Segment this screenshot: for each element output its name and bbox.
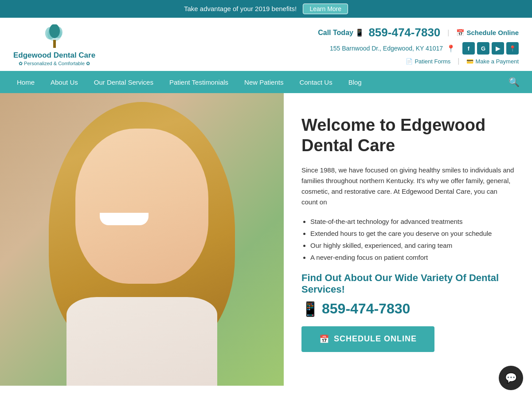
nav-link-testimonials[interactable]: Patient Testimonials (161, 72, 236, 92)
hero-phone[interactable]: 📱 859-474-7830 (301, 301, 514, 317)
nav-item-testimonials[interactable]: Patient Testimonials (161, 72, 236, 92)
announcement-text: Take advantage of your 2019 benefits! (184, 5, 297, 12)
patient-forms-link[interactable]: 📄 Patient Forms (406, 58, 450, 65)
nav-item-blog[interactable]: Blog (340, 72, 370, 92)
forms-payment-row: 📄 Patient Forms | 💳 Make a Payment (318, 57, 519, 65)
hero-image (0, 93, 284, 386)
hero-title: Welcome to Edgewood Dental Care (301, 115, 514, 156)
hero-list-item: Our highly skilled, experienced, and car… (310, 239, 514, 251)
map-pin-icon: 📍 (446, 44, 455, 53)
nav-link-home[interactable]: Home (9, 72, 43, 92)
forms-icon: 📄 (406, 58, 413, 65)
hero-list-item: State-of-the-art technology for advanced… (310, 215, 514, 227)
nav-link-services[interactable]: Our Dental Services (86, 72, 161, 92)
hero-portrait (31, 93, 253, 386)
logo-area[interactable]: Edgewood Dental Care ✿ Personalized & Co… (13, 24, 95, 66)
hero-description: Since 1988, we have focused on giving he… (301, 165, 514, 207)
chat-icon: 💬 (505, 372, 517, 384)
nav-item-about[interactable]: About Us (43, 72, 86, 92)
nav-link-about[interactable]: About Us (43, 72, 86, 92)
divider: | (447, 29, 449, 37)
divider2: | (458, 57, 459, 65)
search-icon[interactable]: 🔍 (505, 73, 523, 91)
payment-icon: 💳 (466, 58, 473, 65)
nav-item-new-patients[interactable]: New Patients (236, 72, 291, 92)
phone-icon: 📱 (301, 301, 319, 317)
nav-item-home[interactable]: Home (9, 72, 43, 92)
nav-item-contact[interactable]: Contact Us (291, 72, 340, 92)
schedule-online-link[interactable]: 📅 Schedule Online (456, 29, 519, 37)
learn-more-button[interactable]: Learn More (303, 4, 348, 14)
hero-content: Welcome to Edgewood Dental Care Since 19… (284, 93, 532, 386)
svg-rect-4 (53, 40, 56, 48)
call-row: Call Today 📱 859-474-7830 | 📅 Schedule O… (318, 26, 519, 39)
address-row: 155 Barnwood Dr., Edgewood, KY 41017 📍 f… (318, 42, 519, 55)
logo-tagline: ✿ Personalized & Comfortable ✿ (19, 61, 90, 66)
hero-list-item: A never-ending focus on patient comfort (310, 251, 514, 263)
yelp-icon[interactable]: 📍 (506, 42, 519, 55)
nav-link-new-patients[interactable]: New Patients (236, 72, 291, 92)
announcement-bar: Take advantage of your 2019 benefits! Le… (0, 0, 532, 18)
main-nav: Home About Us Our Dental Services Patien… (0, 71, 532, 93)
logo-icon (41, 24, 68, 51)
header-contact-area: Call Today 📱 859-474-7830 | 📅 Schedule O… (318, 26, 519, 65)
call-label: Call Today 📱 (318, 28, 364, 37)
hero-list-item: Extended hours to get the care you deser… (310, 227, 514, 239)
calendar-icon: 📅 (456, 29, 465, 37)
google-icon[interactable]: G (477, 42, 489, 55)
calendar-btn-icon: 📅 (319, 334, 329, 344)
nav-links: Home About Us Our Dental Services Patien… (9, 72, 505, 92)
make-payment-link[interactable]: 💳 Make a Payment (466, 58, 519, 65)
social-icons: f G ▶ 📍 (462, 42, 519, 55)
facebook-icon[interactable]: f (462, 42, 475, 55)
hero-feature-list: State-of-the-art technology for advanced… (301, 215, 514, 263)
youtube-icon[interactable]: ▶ (492, 42, 504, 55)
logo-name: Edgewood Dental Care (13, 51, 95, 60)
nav-link-blog[interactable]: Blog (340, 72, 370, 92)
nav-link-contact[interactable]: Contact Us (291, 72, 340, 92)
site-header: Edgewood Dental Care ✿ Personalized & Co… (0, 18, 532, 71)
find-out-heading: Find Out About Our Wide Variety Of Denta… (301, 272, 514, 295)
hero-section: Welcome to Edgewood Dental Care Since 19… (0, 93, 532, 386)
address-text: 155 Barnwood Dr., Edgewood, KY 41017 (330, 45, 443, 52)
svg-point-3 (49, 24, 60, 38)
schedule-online-button[interactable]: 📅 SCHEDULE ONLINE (301, 326, 434, 352)
header-phone[interactable]: 859-474-7830 (368, 26, 440, 39)
nav-item-services[interactable]: Our Dental Services (86, 72, 161, 92)
